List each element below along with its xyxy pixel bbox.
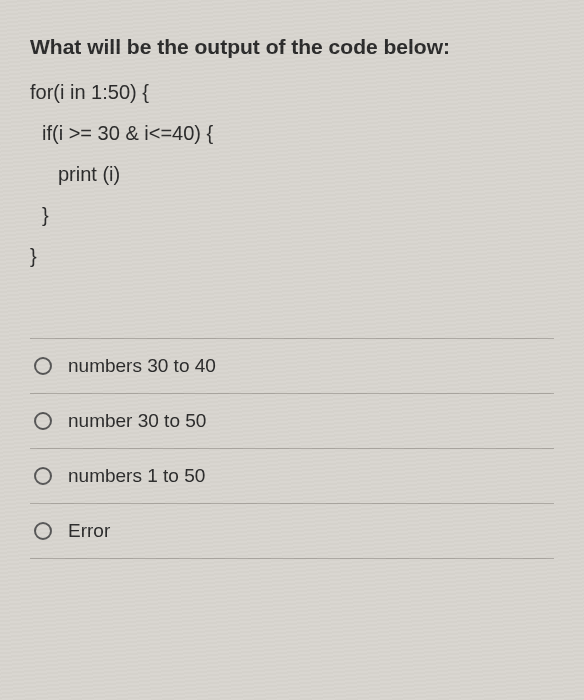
option-0[interactable]: numbers 30 to 40 <box>30 338 554 393</box>
option-1[interactable]: number 30 to 50 <box>30 393 554 448</box>
code-line-5: } <box>30 245 554 268</box>
option-3[interactable]: Error <box>30 503 554 559</box>
option-label: number 30 to 50 <box>68 410 206 432</box>
code-line-2: if(i >= 30 & i<=40) { <box>30 122 554 145</box>
option-label: Error <box>68 520 110 542</box>
option-2[interactable]: numbers 1 to 50 <box>30 448 554 503</box>
radio-icon <box>34 467 52 485</box>
radio-icon <box>34 412 52 430</box>
code-line-1: for(i in 1:50) { <box>30 81 554 104</box>
radio-icon <box>34 522 52 540</box>
code-line-3: print (i) <box>30 163 554 186</box>
options-list: numbers 30 to 40 number 30 to 50 numbers… <box>30 338 554 559</box>
code-line-4: } <box>30 204 554 227</box>
option-label: numbers 1 to 50 <box>68 465 205 487</box>
radio-icon <box>34 357 52 375</box>
option-label: numbers 30 to 40 <box>68 355 216 377</box>
question-title: What will be the output of the code belo… <box>30 35 554 59</box>
